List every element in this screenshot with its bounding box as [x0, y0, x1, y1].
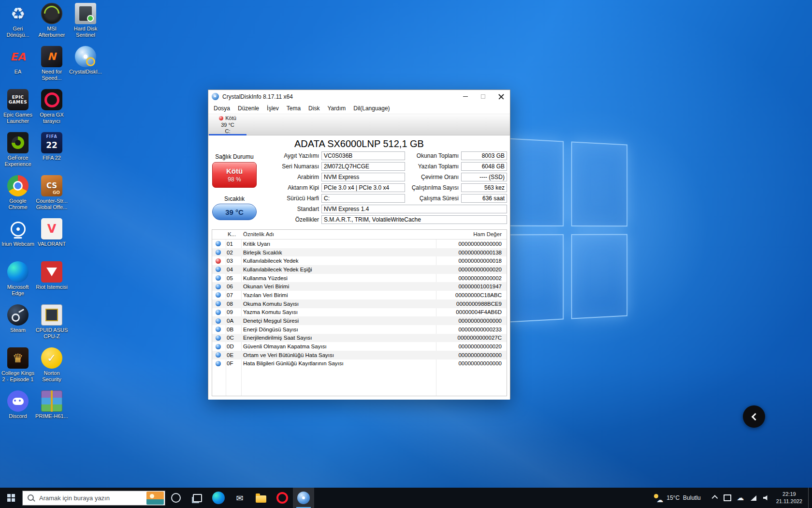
- menu-item[interactable]: Tema: [283, 104, 304, 113]
- smart-attribute-row[interactable]: 02 Birleşik Sıcaklık 00000000000138: [212, 248, 507, 257]
- close-button[interactable]: [492, 90, 510, 103]
- attribute-id: 07: [227, 292, 239, 298]
- start-button[interactable]: [0, 488, 22, 508]
- smart-attribute-row[interactable]: 06 Okunan Veri Birimi 00000001001947: [212, 282, 507, 291]
- desktop-icon[interactable]: CPUID ASUS CPU-Z: [35, 304, 69, 346]
- menu-item[interactable]: İşlev: [263, 104, 283, 113]
- window-titlebar[interactable]: CrystalDiskInfo 8.17.11 x64: [208, 90, 510, 103]
- desktop-icon[interactable]: Discord: [1, 390, 35, 432]
- desktop-icon[interactable]: Riot Istemcisi: [35, 261, 69, 303]
- smart-attribute-row[interactable]: 0A Denetçi Meşgul Süresi 00000000000000: [212, 316, 507, 325]
- minimize-button[interactable]: [456, 90, 474, 103]
- desktop-icon-label: Steam: [10, 327, 26, 333]
- attribute-status-dot: [216, 250, 221, 255]
- menu-item[interactable]: Düzenle: [234, 104, 263, 113]
- monitor-icon[interactable]: [724, 494, 731, 502]
- info-row: Aktarım Kipi PCIe 3.0 x4 | PCIe 3.0 x4: [261, 183, 405, 192]
- desktop-icon[interactable]: Opera GX tarayıcı: [35, 89, 69, 131]
- desktop-icon[interactable]: Counter-Str... Global Offe...: [35, 175, 69, 217]
- info-row: Aygıt Yazılımı VC0S036B: [261, 151, 405, 160]
- attribute-id: 08: [227, 301, 239, 307]
- window-title: CrystalDiskInfo 8.17.11 x64: [222, 93, 456, 100]
- info-row: Sürücü Harfi C:: [261, 194, 405, 203]
- desktop-icon[interactable]: CrystalDiskI...: [69, 46, 102, 88]
- desktop-icon[interactable]: Epic Games Launcher: [1, 89, 35, 131]
- csgo-icon: [41, 175, 62, 196]
- desktop-icon[interactable]: FIFA 22: [35, 132, 69, 174]
- desktop-icon[interactable]: Google Chrome: [1, 175, 35, 217]
- desktop-icon[interactable]: Steam: [1, 304, 35, 346]
- wallpaper-pane: [503, 234, 564, 323]
- smart-attribute-row[interactable]: 01 Kritik Uyarı 00000000000000: [212, 239, 507, 248]
- desktop-icon[interactable]: College Kings 2 - Episode 1: [1, 347, 35, 389]
- menu-item[interactable]: Dil(Language): [349, 104, 393, 113]
- menu-item[interactable]: Dosya: [210, 104, 234, 113]
- desktop-icon[interactable]: Microsoft Edge: [1, 261, 35, 303]
- desktop-icon[interactable]: Iriun Webcam: [1, 218, 35, 260]
- info-row: Yazılan Toplamı 6048 GB: [406, 162, 507, 171]
- crystaldiskinfo-icon[interactable]: [293, 488, 314, 508]
- smart-attribute-row[interactable]: 09 Yazma Komutu Sayısı 00000004F4AB6D: [212, 308, 507, 317]
- smart-attribute-row[interactable]: 05 Kullanma Yüzdesi 00000000000002: [212, 274, 507, 283]
- info-value-box: 636 saat: [461, 194, 507, 203]
- smart-attribute-row[interactable]: 03 Kullanılabilecek Yedek 00000000000018: [212, 256, 507, 265]
- attribute-raw-value: 00000004F4AB6D: [439, 309, 507, 315]
- task-view-icon[interactable]: [187, 488, 208, 508]
- smart-attribute-row[interactable]: 0E Ortam ve Veri Bütünlüğü Hata Sayısı 0…: [212, 351, 507, 359]
- desktop-icon[interactable]: Need for Speed...: [35, 46, 69, 88]
- search-highlight-icon[interactable]: [146, 492, 164, 505]
- desktop-icon[interactable]: PRIME-H61...: [35, 390, 69, 432]
- volume-icon[interactable]: [763, 494, 770, 502]
- menu-item[interactable]: Yardım: [323, 104, 349, 113]
- show-desktop-button[interactable]: [808, 488, 811, 508]
- smart-attribute-row[interactable]: 0C Enerjilendirilmiş Saat Sayısı 0000000…: [212, 334, 507, 343]
- info-label: Aktarım Kipi: [261, 184, 321, 191]
- disk-tab-c[interactable]: Kötü 39 °C C:: [209, 115, 246, 135]
- desktop-icon[interactable]: Norton Security: [35, 347, 69, 389]
- smart-attribute-row[interactable]: 04 Kullanılabilecek Yedek Eşiği 00000000…: [212, 265, 507, 274]
- network-icon[interactable]: [750, 494, 757, 502]
- attribute-name: Kullanma Yüzdesi: [243, 275, 439, 281]
- desktop-icon[interactable]: Geri Dönüşü...: [1, 3, 35, 45]
- health-status-button[interactable]: Kötü 98 %: [212, 162, 257, 188]
- desktop-icon[interactable]: VALORANT: [35, 218, 69, 260]
- smart-attribute-row[interactable]: 0B Enerji Döngüsü Sayısı 00000000000233: [212, 325, 507, 334]
- desktop-icon[interactable]: MSI Afterburner: [35, 3, 69, 45]
- mail-icon[interactable]: [229, 488, 250, 508]
- taskbar-clock[interactable]: 22:19 21.11.2022: [776, 491, 802, 505]
- menu-bar: Dosya Düzenle İşlev Tema Disk Yardım Dil…: [208, 103, 510, 114]
- attribute-name: Enerjilendirilmiş Saat Sayısı: [243, 335, 439, 341]
- temperature-button[interactable]: 39 °C: [212, 204, 257, 220]
- desktop-icon-label: College Kings 2 - Episode 1: [1, 370, 34, 383]
- opera-icon[interactable]: [272, 488, 293, 508]
- onedrive-icon[interactable]: [737, 494, 744, 502]
- smart-attribute-row[interactable]: 08 Okuma Komutu Sayısı 0000000988BCE9: [212, 299, 507, 308]
- attribute-name: Kritik Uyarı: [243, 241, 439, 247]
- taskbar-weather[interactable]: 15°C Bulutlu: [650, 488, 705, 508]
- attribute-id: 0C: [227, 335, 239, 341]
- edge-icon[interactable]: [208, 488, 229, 508]
- desktop-icon[interactable]: GeForce Experience: [1, 132, 35, 174]
- smart-table-body: 01 Kritik Uyarı 00000000000000 02 Birleş…: [212, 239, 507, 368]
- file-explorer-icon[interactable]: [250, 488, 272, 508]
- info-value-box: NVM Express: [321, 173, 405, 181]
- chevron-up-icon[interactable]: [710, 494, 718, 502]
- smart-attribute-row[interactable]: 0F Hata Bilgileri Günlüğü Kayıtlarının S…: [212, 359, 507, 368]
- info-label: Aygıt Yazılımı: [261, 152, 321, 159]
- attribute-status-dot: [216, 275, 221, 281]
- desktop-icon-label: CrystalDiskI...: [69, 69, 102, 75]
- health-status-label: Sağlık Durumu: [212, 153, 257, 160]
- attribute-raw-value: 00000001001947: [439, 284, 507, 289]
- desktop-icon[interactable]: EA: [1, 46, 35, 88]
- attribute-raw-value: 0000000000027C: [439, 335, 507, 341]
- smart-attribute-row[interactable]: 07 Yazılan Veri Birimi 00000000C18ABC: [212, 291, 507, 299]
- attribute-status-dot: [216, 258, 221, 264]
- smart-attribute-row[interactable]: 0D Güvenli Olmayan Kapatma Sayısı 000000…: [212, 342, 507, 351]
- menu-item[interactable]: Disk: [304, 104, 323, 113]
- desktop-icon[interactable]: Hard Disk Sentinel: [69, 3, 102, 45]
- edge-icon: [7, 261, 29, 283]
- cortana-icon[interactable]: [165, 488, 187, 508]
- overlay-back-button[interactable]: [743, 405, 765, 428]
- taskbar-search[interactable]: Aramak için buraya yazın: [22, 491, 165, 506]
- maximize-button[interactable]: [474, 90, 492, 103]
